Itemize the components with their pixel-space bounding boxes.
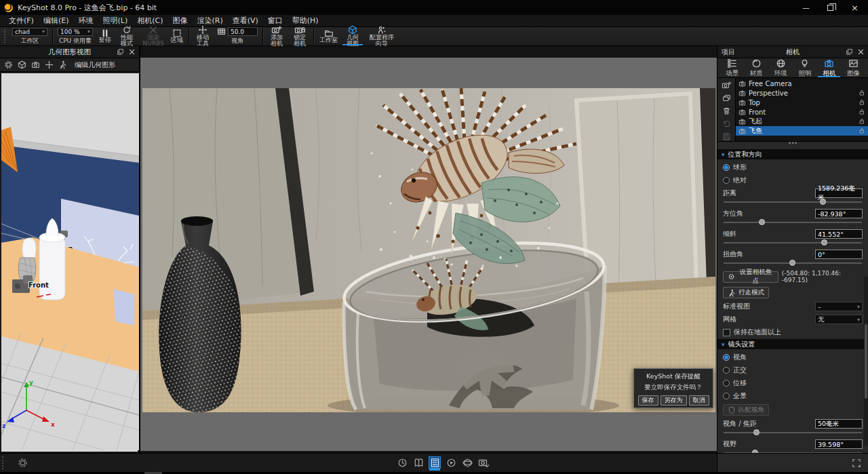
camera-row-top[interactable]: Top (736, 98, 868, 107)
orthographic-radio[interactable] (723, 367, 730, 374)
absolute-radio[interactable] (723, 177, 730, 184)
cpu-usage-select[interactable]: 100 %▾ CPU 使用量 (55, 27, 96, 45)
menu-edit[interactable]: 编辑(E) (39, 16, 74, 26)
render-icon[interactable] (477, 456, 490, 469)
dialog-save-as-button[interactable]: 另存为 (660, 395, 687, 406)
dialog-cancel-button[interactable]: 取消 (689, 395, 709, 406)
set-camera-focus-button[interactable]: 设置相机焦点 (723, 271, 778, 283)
studio-button[interactable]: 工作室 (316, 27, 341, 45)
tab-lighting[interactable]: 照明 (793, 59, 816, 77)
move-gizmo-icon[interactable] (45, 60, 54, 69)
menu-render[interactable]: 渲染(R) (192, 16, 227, 26)
statusbar-gear-icon[interactable] (18, 458, 28, 468)
project-panel-close-icon[interactable] (857, 48, 865, 56)
panel-scrollbar[interactable] (864, 277, 868, 446)
geometry-panel-float-icon[interactable] (117, 48, 124, 56)
delete-camera-icon[interactable] (722, 106, 731, 115)
spherical-radio[interactable] (723, 164, 730, 171)
render-nurbs-button[interactable]: 渲染NURBS (139, 27, 167, 45)
camera-row-feiyu[interactable]: 飞鱼 (736, 126, 868, 136)
lock-camera-button[interactable]: 锁定相机 (288, 27, 311, 45)
workspace-select[interactable]: chad▾ 工作区 (9, 27, 50, 45)
restore-button[interactable] (827, 5, 833, 11)
cpu-usage-icon[interactable] (396, 456, 408, 469)
tab-environment[interactable]: 环境 (769, 59, 793, 77)
tab-scene[interactable]: 场景 (720, 59, 744, 77)
minimize-button[interactable]: — (802, 3, 810, 12)
fov-control[interactable]: 50.0 视角 (214, 27, 260, 45)
bottom-ribbon (396, 456, 490, 469)
fov-input[interactable]: 50.0 (228, 27, 258, 36)
svg-text:x: x (51, 421, 55, 428)
match-perspective-button[interactable]: 匹配视角 (723, 404, 769, 416)
distance-slider[interactable] (724, 199, 862, 205)
menu-help[interactable]: 帮助(H) (288, 16, 323, 26)
pause-button[interactable]: 暂停 (96, 27, 115, 45)
distance-field[interactable]: 1589.236毫米 (815, 189, 863, 198)
menu-lighting[interactable]: 照明(L) (98, 16, 132, 26)
menu-view[interactable]: 查看(V) (228, 16, 263, 26)
focal-length-field[interactable]: 50毫米 (815, 419, 863, 429)
dialog-save-button[interactable]: 保存 (638, 395, 658, 406)
move-tool-button[interactable]: 移动工具 (191, 27, 214, 45)
performance-mode-button[interactable]: 性能模式 (115, 27, 139, 45)
twist-field[interactable]: 0° (815, 250, 863, 259)
camera-row-feiqi[interactable]: 飞起 (736, 117, 868, 126)
fov-field[interactable]: 39.598° (815, 439, 863, 449)
keep-above-ground-checkbox[interactable] (723, 329, 730, 336)
camera-row-free[interactable]: Free Camera (736, 79, 868, 88)
screenshot-crop-icon[interactable] (852, 458, 861, 468)
standard-view-select[interactable]: –▾ (815, 302, 863, 311)
azimuth-slider[interactable] (724, 219, 862, 226)
walk-mode-icon[interactable] (58, 60, 67, 69)
statusbar-drag-handle[interactable] (2, 456, 3, 469)
menu-file[interactable]: 文件(F) (4, 16, 39, 26)
grid-select[interactable]: 无▾ (815, 315, 863, 324)
project-icon[interactable] (429, 456, 441, 469)
shift-radio[interactable] (723, 380, 730, 387)
panoramic-radio[interactable] (723, 393, 730, 399)
wire-cube-icon[interactable] (18, 60, 26, 69)
animation-icon[interactable] (445, 456, 457, 469)
tab-material[interactable]: 材质 (745, 59, 768, 77)
edit-geometry-button[interactable]: 编辑几何图形 (75, 60, 115, 70)
lock-icon (859, 90, 865, 96)
menu-image[interactable]: 图像 (167, 16, 192, 26)
region-button[interactable]: 区域 (167, 27, 186, 45)
save-camera-icon[interactable] (722, 132, 731, 141)
keyshotxr-icon[interactable] (461, 456, 473, 469)
menu-camera[interactable]: 相机(C) (132, 16, 167, 26)
camera-row-perspective[interactable]: Perspective (736, 88, 868, 98)
toolbar-drag-handle[interactable] (4, 29, 7, 43)
reset-camera-icon[interactable] (722, 119, 731, 128)
configurator-wizard-button[interactable]: 配置程序向导 (364, 27, 399, 45)
list-resize-handle[interactable]: ••• (717, 142, 868, 147)
walk-mode-button[interactable]: 行走模式 (723, 287, 769, 298)
geometry-view-button[interactable]: 几何视图 (341, 27, 364, 45)
tab-image[interactable]: 图像 (842, 59, 865, 77)
menu-window[interactable]: 窗口 (263, 16, 288, 26)
twist-slider[interactable] (724, 260, 862, 266)
focal-length-slider[interactable] (724, 429, 862, 436)
inclination-slider[interactable] (724, 239, 862, 246)
settings-gear-icon[interactable] (4, 60, 13, 69)
perspective-radio[interactable] (723, 354, 730, 361)
realtime-render-viewport[interactable]: KeyShot 保存提醒 要立即保存文件吗？ 保存 另存为 取消 (140, 46, 717, 453)
close-button[interactable]: × (851, 3, 859, 13)
add-camera-list-icon[interactable] (722, 81, 732, 90)
geometry-viewport[interactable]: Top Front (1, 73, 138, 452)
project-panel-float-icon[interactable] (846, 48, 853, 56)
inclination-field[interactable]: 41.552° (815, 229, 863, 239)
azimuth-field[interactable]: -82.938° (815, 209, 863, 218)
library-icon[interactable] (412, 456, 425, 469)
section-lens-settings[interactable]: ▾镜头设置 (717, 339, 868, 349)
menu-environment[interactable]: 环境 (73, 16, 98, 26)
lock-camera-icon (294, 26, 305, 35)
duplicate-camera-icon[interactable] (722, 94, 731, 102)
geometry-panel-close-icon[interactable] (128, 48, 136, 56)
camera-view-icon[interactable] (31, 60, 40, 69)
add-camera-button[interactable]: 添加相机 (265, 27, 288, 45)
tab-camera[interactable]: 相机 (817, 59, 841, 77)
camera-row-front[interactable]: Front (736, 107, 868, 117)
section-position-orientation[interactable]: ▾位置和方向 (717, 149, 868, 159)
